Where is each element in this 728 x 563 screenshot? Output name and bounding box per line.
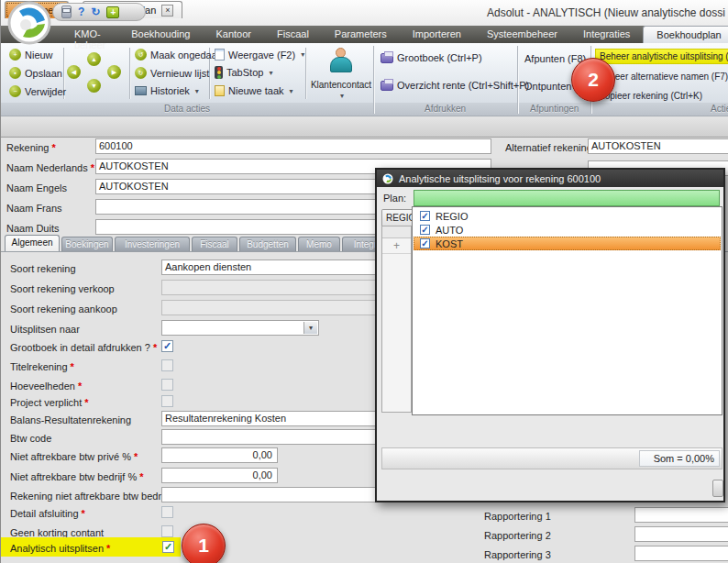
view-button[interactable]: Weergave (F2) ▾ bbox=[215, 49, 304, 61]
required-asterisk: * bbox=[139, 471, 143, 482]
field-label-uitsplitsen-naar: Uitsplitsen naar bbox=[10, 324, 80, 335]
analytisch-uitsplitsen-checkbox[interactable]: ✓ bbox=[162, 541, 174, 553]
field-label-btw-bedrijf: Niet aftrekbare btw bedrijf %* bbox=[10, 471, 143, 482]
ribbon-tab-boekhouding[interactable]: Boekhouding bbox=[118, 26, 203, 43]
refresh-icon: ↻ bbox=[135, 67, 147, 79]
required-asterisk: * bbox=[91, 162, 94, 173]
group-label-data-acties: Data acties bbox=[164, 104, 210, 114]
customer-contact-button[interactable]: Klantencontact ▾ bbox=[309, 47, 373, 100]
dialog-title: Analytische uitsplitsing voor rekening 6… bbox=[399, 173, 601, 184]
new-icon: + bbox=[9, 49, 21, 61]
checkbox-checked-icon[interactable]: ✓ bbox=[420, 211, 430, 221]
ribbon-tab-boekhoudplan[interactable]: Boekhoudplan bbox=[643, 26, 728, 43]
copy-account-button[interactable]: Kopieer rekening (Ctrl+K) bbox=[595, 88, 728, 103]
nav-prev-button[interactable]: ◀ bbox=[67, 65, 81, 79]
save-button[interactable]: ▪ Opslaan bbox=[9, 67, 62, 79]
field-label-naam-engels: Naam Engels bbox=[6, 182, 67, 193]
nav-up-button[interactable]: ▲ bbox=[87, 52, 101, 66]
delete-button[interactable]: − Verwijder bbox=[9, 85, 66, 97]
ribbon-tab-kantoor[interactable]: Kantoor bbox=[203, 26, 264, 43]
tab-investeringen[interactable]: Investeringen bbox=[115, 237, 190, 251]
plan-combo[interactable] bbox=[414, 190, 720, 206]
undo-button[interactable]: ↺ Maak ongedaan bbox=[135, 49, 223, 61]
ribbon-tab-importeren[interactable]: Importeren bbox=[400, 26, 474, 43]
group-label-acties: Acties bbox=[711, 104, 728, 114]
new-button[interactable]: + Nieuw bbox=[9, 49, 53, 61]
printer-icon bbox=[381, 81, 393, 91]
rapportering-2-field[interactable] bbox=[634, 526, 728, 542]
tab-algemeen[interactable]: Algemeen bbox=[5, 235, 60, 251]
refresh-list-button[interactable]: ↻ Vernieuw lijst bbox=[135, 67, 209, 79]
ribbon-tab-fiscaal[interactable]: Fiscaal bbox=[264, 26, 322, 43]
plan-option-regio[interactable]: ✓ REGIO bbox=[414, 209, 721, 223]
match-button[interactable]: Afpunten (F8) bbox=[524, 53, 586, 64]
btw-prive-field[interactable]: 0,00 bbox=[161, 447, 278, 463]
field-label-naam-nederlands: Naam Nederlands* bbox=[6, 162, 94, 173]
field-label-hoeveelheden: Hoeveelheden* bbox=[10, 381, 82, 392]
new-task-icon bbox=[215, 85, 225, 96]
print-interest-button[interactable]: Overzicht rente (Ctrl+Shift+P) bbox=[381, 80, 529, 91]
delete-icon: − bbox=[9, 85, 21, 97]
tab-boekingen[interactable]: Boekingen bbox=[61, 237, 113, 251]
field-label-grootboek-detail: Grootboek in detail afdrukken ?* bbox=[10, 342, 157, 353]
field-label-rapportering-2: Rapportering 2 bbox=[484, 530, 551, 541]
geen-korting-checkbox[interactable] bbox=[161, 525, 173, 537]
plan-option-kost[interactable]: ✓ KOST bbox=[414, 237, 721, 250]
analytic-split-dialog: Analytische uitsplitsing voor rekening 6… bbox=[375, 168, 725, 502]
rapportering-3-field[interactable] bbox=[634, 546, 728, 561]
add-icon[interactable]: + bbox=[106, 6, 119, 18]
close-icon[interactable]: × bbox=[161, 5, 173, 17]
uitsplitsen-naar-combo[interactable]: ▾ bbox=[161, 320, 319, 336]
print-ledger-button[interactable]: Grootboek (Ctrl+P) bbox=[381, 52, 482, 63]
rapportering-1-field[interactable] bbox=[634, 507, 728, 523]
ribbon-tab-systeembeheer[interactable]: Systeembeheer bbox=[474, 26, 570, 43]
dialog-tab-regio[interactable]: REGIO bbox=[381, 209, 414, 226]
checkbox-checked-icon[interactable]: ✓ bbox=[420, 225, 430, 235]
field-label-rekening: Rekening* bbox=[6, 142, 56, 153]
checkbox-checked-icon[interactable]: ✓ bbox=[420, 238, 430, 248]
alternatief-rekening-field[interactable]: AUTOKOSTEN bbox=[588, 138, 728, 154]
grid-new-row-indicator: + bbox=[382, 238, 411, 254]
tab-fiscaal[interactable]: Fiscaal bbox=[192, 237, 237, 251]
field-label-soort-rekening: Soort rekening bbox=[10, 263, 76, 274]
dialog-titlebar[interactable]: Analytische uitsplitsing voor rekening 6… bbox=[377, 170, 723, 187]
check-icon: ✓ bbox=[164, 541, 172, 552]
nav-next-button[interactable]: ▶ bbox=[107, 65, 121, 79]
required-asterisk: * bbox=[82, 508, 85, 519]
app-logo[interactable] bbox=[6, 1, 52, 45]
chevron-down-icon: ▾ bbox=[301, 50, 304, 59]
hoeveelheden-checkbox[interactable] bbox=[161, 379, 173, 391]
titelrekening-checkbox[interactable] bbox=[161, 359, 173, 371]
help-icon[interactable]: ? bbox=[78, 6, 84, 17]
tabstop-button[interactable]: TabStop ▾ bbox=[215, 66, 272, 79]
field-label-rekening-niet-aftrekbaar: Rekening niet aftrekbare btw bedrijf bbox=[10, 491, 169, 502]
dialog-button-partial[interactable] bbox=[712, 480, 723, 497]
sync-icon[interactable]: ↻ bbox=[91, 6, 100, 17]
history-button[interactable]: Historiek ▾ bbox=[135, 85, 199, 96]
ribbon-separator bbox=[305, 48, 306, 99]
ribbon-separator bbox=[129, 48, 130, 99]
btw-bedrijf-field[interactable]: 0,00 bbox=[161, 468, 278, 483]
tab-memo[interactable]: Memo bbox=[298, 237, 340, 251]
rekening-field[interactable]: 600100 bbox=[95, 138, 491, 154]
chevron-down-icon: ▾ bbox=[269, 69, 272, 77]
nav-down-button[interactable]: ▼ bbox=[87, 79, 101, 93]
grootboek-detail-checkbox[interactable]: ✓ bbox=[161, 340, 173, 352]
detail-afsluiting-checkbox[interactable] bbox=[161, 506, 173, 518]
field-label-soort-rekening-verkoop: Soort rekening verkoop bbox=[10, 283, 115, 294]
ribbon-tab-kmo-beheer[interactable]: KMO-beheer bbox=[61, 26, 118, 43]
ribbon-tab-integraties[interactable]: Integraties bbox=[570, 26, 643, 43]
grid-header-cell bbox=[382, 226, 411, 238]
plan-option-auto[interactable]: ✓ AUTO bbox=[414, 223, 721, 237]
project-verplicht-checkbox[interactable] bbox=[161, 395, 173, 407]
ribbon-tab-parameters[interactable]: Parameters bbox=[322, 26, 400, 43]
quick-access-toolbar: ? ↻ + bbox=[52, 3, 146, 21]
calculator-icon[interactable] bbox=[61, 6, 72, 18]
tabstop-icon bbox=[215, 66, 223, 79]
required-asterisk: * bbox=[153, 342, 157, 353]
new-task-button[interactable]: Nieuwe taak ▾ bbox=[215, 85, 293, 96]
annotation-badge-2: 2 bbox=[571, 58, 615, 102]
manage-analytic-split-button[interactable]: Beheer analytische uitsplitsing (F6) bbox=[595, 49, 728, 64]
tab-budgetten[interactable]: Budgetten bbox=[239, 237, 296, 251]
chevron-down-icon[interactable]: ▾ bbox=[303, 322, 317, 334]
